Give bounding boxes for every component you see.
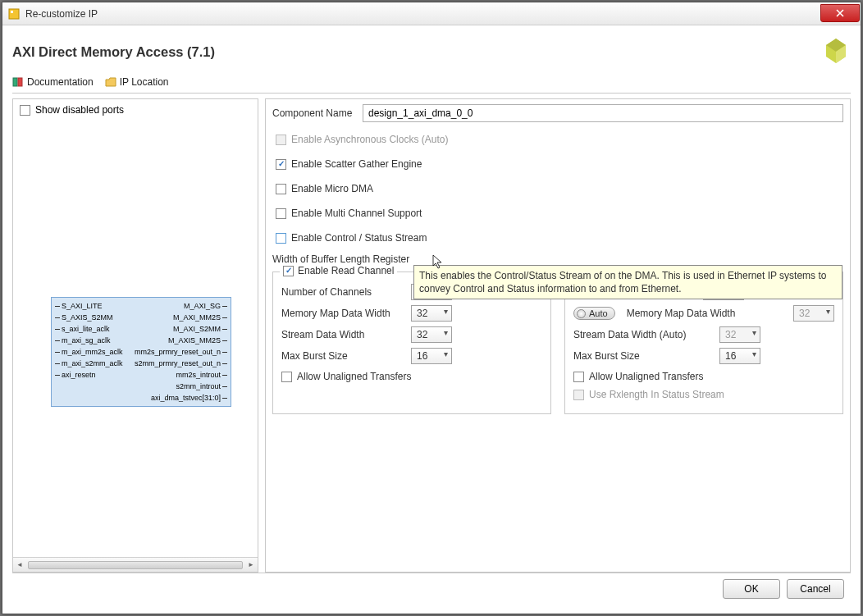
port-right: s2mm_prmry_reset_out_n <box>135 358 227 369</box>
read-channel-title: Enable Read Channel <box>298 265 394 276</box>
documentation-label: Documentation <box>27 76 94 88</box>
show-disabled-checkbox[interactable] <box>20 105 30 116</box>
write-unaligned-label: Allow Unaligned Transfers <box>589 371 703 382</box>
read-burst-select[interactable]: 16 <box>411 348 452 364</box>
scatter-gather-checkbox[interactable] <box>276 159 286 170</box>
ip-title: AXI Direct Memory Access (7.1) <box>12 44 215 60</box>
tooltip: This enables the Control/Status Stream o… <box>413 265 842 299</box>
preview-panel: Show disabled ports S_AXI_LITE S_AXIS_S2… <box>12 98 258 573</box>
write-stream-label: Stream Data Width (Auto) <box>573 329 713 340</box>
port-left: m_axi_sg_aclk <box>55 335 128 346</box>
port-left: axi_resetn <box>55 369 128 381</box>
port-right: mm2s_prmry_reset_out_n <box>135 346 227 358</box>
svg-rect-3 <box>18 78 22 86</box>
ip-location-link[interactable]: IP Location <box>105 76 169 88</box>
auto-toggle[interactable]: Auto <box>573 307 615 320</box>
read-burst-label: Max Burst Size <box>281 350 404 362</box>
read-stream-label: Stream Data Width <box>281 329 404 340</box>
ctrl-status-label: Enable Control / Status Stream <box>291 232 427 244</box>
write-memmap-label: Memory Map Data Width <box>627 308 787 319</box>
window-icon <box>7 7 21 21</box>
read-unaligned-label: Allow Unaligned Transfers <box>297 371 411 382</box>
ip-location-label: IP Location <box>120 76 169 88</box>
write-memmap-select[interactable]: 32 <box>793 305 834 322</box>
cursor-icon <box>432 254 444 271</box>
scroll-right-arrow[interactable]: ► <box>244 559 258 572</box>
book-icon <box>12 76 24 88</box>
read-unaligned-checkbox[interactable] <box>281 372 292 382</box>
close-button[interactable] <box>820 4 860 22</box>
port-right: axi_dma_tstvec[31:0] <box>151 392 227 404</box>
multi-channel-label: Enable Multi Channel Support <box>291 208 422 219</box>
folder-icon <box>105 76 116 88</box>
component-name-input[interactable] <box>363 104 843 122</box>
write-burst-select[interactable]: 16 <box>719 348 760 364</box>
ctrl-status-checkbox[interactable] <box>276 233 286 244</box>
write-unaligned-checkbox[interactable] <box>573 372 584 382</box>
port-right: M_AXI_MM2S <box>173 312 227 323</box>
component-name-label: Component Name <box>272 107 363 119</box>
show-disabled-label: Show disabled ports <box>35 104 124 116</box>
ip-block-diagram: S_AXI_LITE S_AXIS_S2MM s_axi_lite_aclk m… <box>51 297 231 407</box>
read-num-channels-label: Number of Channels <box>281 286 404 298</box>
xilinx-logo <box>821 35 851 68</box>
rxlength-label: Use Rxlength In Status Stream <box>589 389 724 400</box>
config-panel: Component Name Enable Asynchronous Clock… <box>265 98 851 573</box>
window-title: Re-customize IP <box>25 8 820 20</box>
port-right: M_AXI_S2MM <box>173 323 227 335</box>
svg-rect-1 <box>11 11 13 13</box>
async-clocks-label: Enable Asynchronous Clocks (Auto) <box>291 134 448 145</box>
write-stream-select[interactable]: 32 <box>719 326 760 343</box>
documentation-link[interactable]: Documentation <box>12 76 94 88</box>
read-memmap-select[interactable]: 32 <box>411 305 452 322</box>
port-right: s2mm_introut <box>176 381 227 392</box>
port-left: S_AXIS_S2MM <box>55 312 128 323</box>
read-channel-checkbox[interactable] <box>283 266 294 276</box>
async-clocks-checkbox <box>276 135 286 145</box>
width-buffer-label: Width of Buffer Length Register <box>272 253 420 265</box>
micro-dma-checkbox[interactable] <box>276 184 286 194</box>
multi-channel-checkbox[interactable] <box>276 208 286 219</box>
write-burst-label: Max Burst Size <box>573 350 713 362</box>
port-left: m_axi_s2mm_aclk <box>55 358 128 369</box>
cancel-button[interactable]: Cancel <box>787 579 844 599</box>
link-bar: Documentation IP Location <box>12 76 851 94</box>
read-stream-select[interactable]: 32 <box>411 326 452 343</box>
port-right: M_AXIS_MM2S <box>168 335 227 346</box>
rxlength-checkbox <box>573 390 584 400</box>
port-right: mm2s_introut <box>176 369 227 381</box>
svg-rect-0 <box>9 9 19 19</box>
port-left: S_AXI_LITE <box>55 300 128 312</box>
port-left: m_axi_mm2s_aclk <box>55 346 128 358</box>
horizontal-scrollbar[interactable]: ◄ ► <box>13 557 258 572</box>
scroll-left-arrow[interactable]: ◄ <box>13 559 26 572</box>
svg-rect-2 <box>13 78 17 86</box>
titlebar: Re-customize IP <box>2 2 861 25</box>
read-memmap-label: Memory Map Data Width <box>281 308 404 319</box>
port-right: M_AXI_SG <box>184 300 227 312</box>
scatter-gather-label: Enable Scatter Gather Engine <box>291 158 422 170</box>
micro-dma-label: Enable Micro DMA <box>291 183 373 194</box>
ok-button[interactable]: OK <box>723 579 780 599</box>
scroll-thumb[interactable] <box>28 561 243 569</box>
port-left: s_axi_lite_aclk <box>55 323 128 335</box>
